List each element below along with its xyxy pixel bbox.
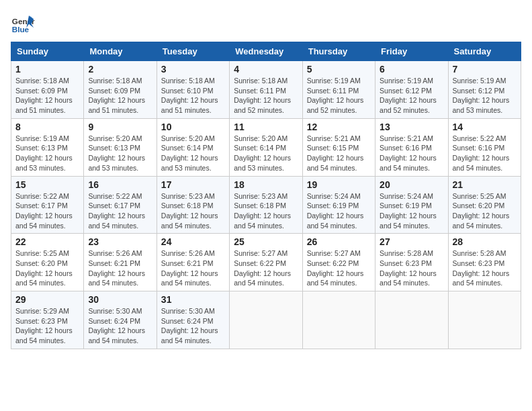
calendar-week-5: 29Sunrise: 5:29 AM Sunset: 6:23 PM Dayli…: [11, 291, 521, 349]
calendar-cell: 5Sunrise: 5:19 AM Sunset: 6:11 PM Daylig…: [302, 61, 375, 119]
day-number: 15: [15, 179, 79, 190]
header-saturday: Saturday: [448, 42, 521, 61]
day-number: 30: [88, 294, 152, 305]
logo: General Blue: [11, 11, 38, 35]
day-info: Sunrise: 5:18 AM Sunset: 6:09 PM Dayligh…: [88, 76, 152, 116]
calendar-cell: 27Sunrise: 5:28 AM Sunset: 6:23 PM Dayli…: [375, 234, 448, 291]
day-info: Sunrise: 5:29 AM Sunset: 6:23 PM Dayligh…: [15, 306, 79, 346]
calendar-cell: 3Sunrise: 5:18 AM Sunset: 6:10 PM Daylig…: [157, 61, 229, 119]
calendar-cell: 4Sunrise: 5:18 AM Sunset: 6:11 PM Daylig…: [230, 61, 302, 119]
calendar-cell: 21Sunrise: 5:25 AM Sunset: 6:20 PM Dayli…: [448, 176, 521, 234]
day-info: Sunrise: 5:23 AM Sunset: 6:18 PM Dayligh…: [234, 191, 298, 231]
day-number: 2: [88, 64, 152, 75]
day-info: Sunrise: 5:18 AM Sunset: 6:10 PM Dayligh…: [161, 76, 225, 116]
calendar-cell: 14Sunrise: 5:22 AM Sunset: 6:16 PM Dayli…: [448, 118, 521, 176]
calendar-cell: 20Sunrise: 5:24 AM Sunset: 6:19 PM Dayli…: [375, 176, 448, 234]
header-friday: Friday: [375, 42, 448, 61]
calendar-cell: 28Sunrise: 5:28 AM Sunset: 6:23 PM Dayli…: [448, 234, 521, 291]
day-info: Sunrise: 5:24 AM Sunset: 6:19 PM Dayligh…: [307, 191, 371, 231]
day-info: Sunrise: 5:19 AM Sunset: 6:12 PM Dayligh…: [453, 76, 517, 116]
calendar-cell: [230, 291, 302, 349]
day-info: Sunrise: 5:22 AM Sunset: 6:16 PM Dayligh…: [453, 134, 517, 173]
day-number: 12: [307, 122, 371, 132]
day-info: Sunrise: 5:30 AM Sunset: 6:24 PM Dayligh…: [161, 306, 225, 346]
calendar-header-row: SundayMondayTuesdayWednesdayThursdayFrid…: [11, 42, 521, 61]
calendar-cell: 12Sunrise: 5:21 AM Sunset: 6:15 PM Dayli…: [302, 118, 375, 176]
day-info: Sunrise: 5:28 AM Sunset: 6:23 PM Dayligh…: [453, 248, 517, 288]
day-info: Sunrise: 5:18 AM Sunset: 6:09 PM Dayligh…: [15, 76, 79, 116]
day-info: Sunrise: 5:26 AM Sunset: 6:21 PM Dayligh…: [88, 248, 152, 288]
day-info: Sunrise: 5:26 AM Sunset: 6:21 PM Dayligh…: [161, 248, 225, 288]
calendar-cell: 16Sunrise: 5:22 AM Sunset: 6:17 PM Dayli…: [84, 176, 157, 234]
day-number: 4: [234, 64, 298, 75]
header-wednesday: Wednesday: [230, 42, 302, 61]
calendar-cell: 30Sunrise: 5:30 AM Sunset: 6:24 PM Dayli…: [84, 291, 157, 349]
calendar-cell: 26Sunrise: 5:27 AM Sunset: 6:22 PM Dayli…: [302, 234, 375, 291]
day-number: 10: [161, 122, 225, 132]
calendar-cell: 8Sunrise: 5:19 AM Sunset: 6:13 PM Daylig…: [11, 118, 84, 176]
day-info: Sunrise: 5:20 AM Sunset: 6:14 PM Dayligh…: [234, 134, 298, 173]
day-info: Sunrise: 5:28 AM Sunset: 6:23 PM Dayligh…: [380, 248, 443, 288]
day-number: 9: [88, 122, 152, 132]
calendar-cell: 17Sunrise: 5:23 AM Sunset: 6:18 PM Dayli…: [157, 176, 229, 234]
calendar-cell: 9Sunrise: 5:20 AM Sunset: 6:13 PM Daylig…: [84, 118, 157, 176]
day-info: Sunrise: 5:25 AM Sunset: 6:20 PM Dayligh…: [15, 248, 79, 288]
day-number: 25: [234, 236, 298, 247]
day-number: 14: [453, 122, 517, 132]
calendar-cell: 13Sunrise: 5:21 AM Sunset: 6:16 PM Dayli…: [375, 118, 448, 176]
day-number: 22: [15, 236, 79, 247]
day-info: Sunrise: 5:24 AM Sunset: 6:19 PM Dayligh…: [380, 191, 443, 231]
day-number: 7: [453, 64, 517, 75]
calendar-cell: 1Sunrise: 5:18 AM Sunset: 6:09 PM Daylig…: [11, 61, 84, 119]
calendar-cell: [375, 291, 448, 349]
day-number: 8: [15, 122, 79, 132]
calendar-cell: [448, 291, 521, 349]
calendar-cell: [302, 291, 375, 349]
calendar-cell: 25Sunrise: 5:27 AM Sunset: 6:22 PM Dayli…: [230, 234, 302, 291]
header-monday: Monday: [84, 42, 157, 61]
day-number: 20: [380, 179, 443, 190]
day-number: 13: [380, 122, 443, 132]
day-number: 1: [15, 64, 79, 75]
calendar-week-3: 15Sunrise: 5:22 AM Sunset: 6:17 PM Dayli…: [11, 176, 521, 234]
day-number: 23: [88, 236, 152, 247]
calendar-cell: 7Sunrise: 5:19 AM Sunset: 6:12 PM Daylig…: [448, 61, 521, 119]
calendar-cell: 22Sunrise: 5:25 AM Sunset: 6:20 PM Dayli…: [11, 234, 84, 291]
day-info: Sunrise: 5:23 AM Sunset: 6:18 PM Dayligh…: [161, 191, 225, 231]
day-number: 21: [453, 179, 517, 190]
day-number: 3: [161, 64, 225, 75]
calendar-cell: 19Sunrise: 5:24 AM Sunset: 6:19 PM Dayli…: [302, 176, 375, 234]
day-info: Sunrise: 5:19 AM Sunset: 6:11 PM Dayligh…: [307, 76, 371, 116]
logo-icon: General Blue: [11, 11, 35, 35]
day-info: Sunrise: 5:27 AM Sunset: 6:22 PM Dayligh…: [307, 248, 371, 288]
header-tuesday: Tuesday: [157, 42, 229, 61]
day-info: Sunrise: 5:21 AM Sunset: 6:16 PM Dayligh…: [380, 134, 443, 173]
day-info: Sunrise: 5:21 AM Sunset: 6:15 PM Dayligh…: [307, 134, 371, 173]
calendar-cell: 18Sunrise: 5:23 AM Sunset: 6:18 PM Dayli…: [230, 176, 302, 234]
calendar-cell: 23Sunrise: 5:26 AM Sunset: 6:21 PM Dayli…: [84, 234, 157, 291]
day-info: Sunrise: 5:27 AM Sunset: 6:22 PM Dayligh…: [234, 248, 298, 288]
calendar-week-4: 22Sunrise: 5:25 AM Sunset: 6:20 PM Dayli…: [11, 234, 521, 291]
day-number: 27: [380, 236, 443, 247]
day-info: Sunrise: 5:19 AM Sunset: 6:12 PM Dayligh…: [380, 76, 443, 116]
day-info: Sunrise: 5:20 AM Sunset: 6:13 PM Dayligh…: [88, 134, 152, 173]
day-number: 11: [234, 122, 298, 132]
calendar-cell: 10Sunrise: 5:20 AM Sunset: 6:14 PM Dayli…: [157, 118, 229, 176]
day-number: 17: [161, 179, 225, 190]
day-number: 5: [307, 64, 371, 75]
calendar-cell: 24Sunrise: 5:26 AM Sunset: 6:21 PM Dayli…: [157, 234, 229, 291]
calendar-cell: 6Sunrise: 5:19 AM Sunset: 6:12 PM Daylig…: [375, 61, 448, 119]
calendar-cell: 31Sunrise: 5:30 AM Sunset: 6:24 PM Dayli…: [157, 291, 229, 349]
day-number: 6: [380, 64, 443, 75]
day-number: 24: [161, 236, 225, 247]
day-info: Sunrise: 5:22 AM Sunset: 6:17 PM Dayligh…: [88, 191, 152, 231]
calendar-week-1: 1Sunrise: 5:18 AM Sunset: 6:09 PM Daylig…: [11, 61, 521, 119]
day-info: Sunrise: 5:18 AM Sunset: 6:11 PM Dayligh…: [234, 76, 298, 116]
day-number: 28: [453, 236, 517, 247]
day-number: 29: [15, 294, 79, 305]
calendar-week-2: 8Sunrise: 5:19 AM Sunset: 6:13 PM Daylig…: [11, 118, 521, 176]
day-info: Sunrise: 5:20 AM Sunset: 6:14 PM Dayligh…: [161, 134, 225, 173]
day-number: 31: [161, 294, 225, 305]
calendar-cell: 11Sunrise: 5:20 AM Sunset: 6:14 PM Dayli…: [230, 118, 302, 176]
day-number: 26: [307, 236, 371, 247]
